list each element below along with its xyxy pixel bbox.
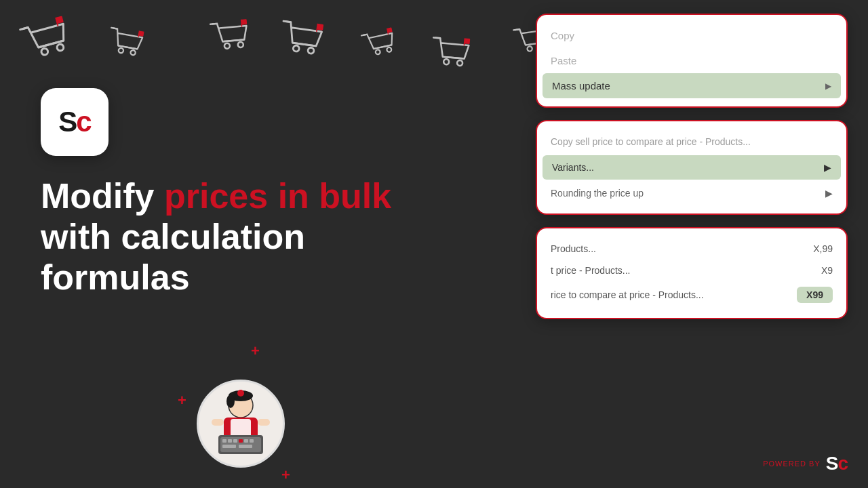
menu-item-rounding[interactable]: Rounding the price up ▶: [537, 181, 846, 205]
logo-box: Sc: [41, 88, 108, 156]
plus-sign-3: +: [281, 466, 290, 484]
svg-line-33: [433, 37, 440, 38]
svg-point-26: [387, 47, 392, 52]
right-panel: Copy Paste Mass update ▶ Copy sell price…: [536, 14, 848, 319]
table-row-1: Products... X,99: [537, 238, 846, 260]
character-illustration: [197, 380, 285, 468]
svg-point-14: [237, 42, 243, 48]
menu-item-copy[interactable]: Copy: [537, 23, 846, 48]
svg-point-32: [457, 60, 463, 66]
svg-line-21: [283, 21, 291, 22]
headline-line2: with calculation: [41, 217, 448, 258]
svg-point-37: [527, 46, 532, 52]
logo-text: Sc: [58, 106, 90, 138]
plus-sign-1: +: [251, 342, 260, 360]
svg-point-56: [226, 394, 235, 408]
table-row-3: rice to compare at price - Products... X…: [537, 281, 846, 308]
menu-item-mass-update[interactable]: Mass update ▶: [542, 73, 841, 98]
svg-rect-67: [239, 439, 243, 443]
powered-by-logo: Sc: [826, 453, 848, 474]
arrow-icon-3: ▶: [825, 188, 833, 199]
logo-s: S: [58, 106, 76, 138]
svg-line-17: [241, 20, 242, 27]
svg-rect-68: [244, 439, 248, 443]
logo-c: c: [76, 106, 90, 138]
svg-point-1: [41, 47, 49, 56]
svg-rect-71: [239, 445, 252, 448]
character-svg: [203, 386, 278, 461]
row-1-value: X,99: [813, 243, 833, 254]
headline-line1: Modify prices in bulk: [41, 176, 448, 217]
svg-point-13: [224, 43, 231, 49]
svg-line-15: [210, 24, 217, 24]
svg-rect-61: [258, 419, 270, 426]
cart-icon-2: [208, 15, 256, 62]
plus-sign-2: +: [178, 392, 186, 409]
context-menu-1: Copy Paste Mass update ▶: [536, 14, 848, 108]
svg-rect-65: [228, 439, 232, 443]
svg-point-25: [375, 49, 380, 55]
svg-rect-70: [222, 445, 236, 448]
svg-line-39: [513, 29, 519, 30]
powered-by-text: POWERED BY: [763, 460, 821, 468]
menu-item-variants[interactable]: Variants... ▶: [542, 155, 841, 180]
svg-line-9: [111, 28, 117, 29]
cart-icon-1: [104, 23, 151, 68]
row-2-label: t price - Products...: [551, 265, 630, 276]
character-circle: [197, 380, 285, 468]
left-panel: Sc Modify prices in bulk with calculatio…: [41, 88, 448, 298]
row-2-value: X9: [821, 265, 833, 276]
headline-line3: formulas: [41, 258, 448, 298]
context-menu-3: Products... X,99 t price - Products... X…: [536, 227, 848, 319]
svg-point-19: [293, 45, 300, 52]
menu-item-paste[interactable]: Paste: [537, 48, 846, 73]
cart-icon-0: [17, 10, 81, 74]
cart-icon-5: [429, 32, 476, 79]
menu-item-copy-sell-price[interactable]: Copy sell price to compare at price - Pr…: [537, 129, 846, 154]
row-3-label: rice to compare at price - Products...: [551, 289, 704, 300]
svg-rect-60: [212, 419, 224, 426]
svg-point-20: [308, 47, 315, 54]
context-menu-2: Copy sell price to compare at price - Pr…: [536, 120, 848, 215]
svg-point-7: [118, 47, 123, 53]
arrow-icon-2: ▶: [824, 162, 831, 173]
powered-by: POWERED BY Sc: [763, 453, 848, 474]
headline: Modify prices in bulk with calculation f…: [41, 176, 448, 298]
svg-line-27: [361, 35, 367, 36]
cart-icon-4: [359, 24, 403, 68]
svg-line-35: [464, 38, 465, 45]
logo-wrapper: Sc: [41, 88, 448, 156]
svg-line-3: [20, 28, 28, 30]
svg-point-57: [237, 390, 244, 396]
svg-point-31: [443, 59, 450, 65]
svg-rect-69: [250, 439, 254, 443]
arrow-icon: ▶: [825, 81, 831, 91]
svg-rect-66: [233, 439, 237, 443]
svg-point-8: [130, 49, 136, 55]
row-3-value: X99: [797, 287, 833, 303]
cart-icon-3: [276, 15, 331, 69]
svg-rect-64: [222, 439, 226, 443]
table-row-2: t price - Products... X9: [537, 260, 846, 281]
row-1-label: Products...: [551, 243, 596, 254]
svg-point-2: [56, 43, 64, 52]
